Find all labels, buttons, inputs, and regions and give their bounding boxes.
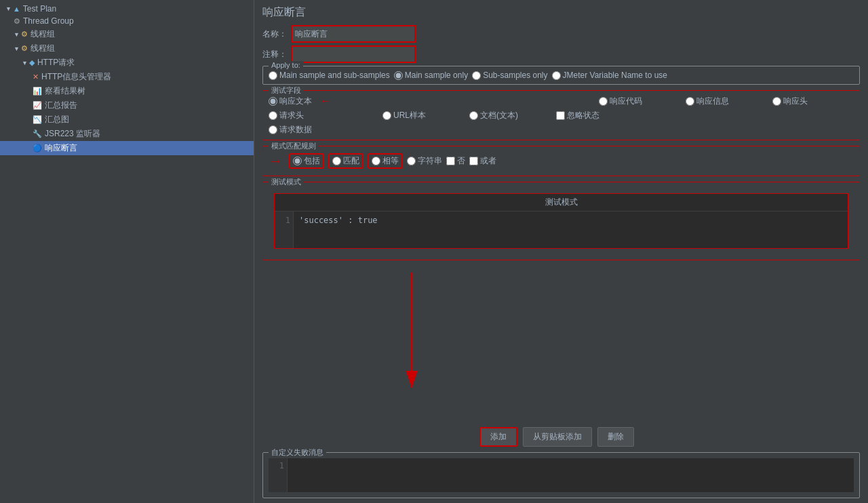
code-input[interactable] xyxy=(294,212,848,248)
delete-button[interactable]: 删除 xyxy=(597,427,634,447)
add-clipboard-button[interactable]: 从剪贴板添加 xyxy=(523,427,592,447)
pattern-or-check[interactable] xyxy=(469,157,478,165)
threadgroup-icon: ⚙ xyxy=(14,17,20,26)
sidebar-item-linegroup2[interactable]: ▼ ⚙ 线程组 xyxy=(0,41,254,56)
pattern-or-label: 或者 xyxy=(480,155,496,167)
apply-jmeter-var-radio[interactable] xyxy=(552,71,561,80)
pattern-or[interactable]: 或者 xyxy=(469,155,496,167)
pattern-contains-label: 包括 xyxy=(304,155,320,167)
sidebar-item-label: 汇总报告 xyxy=(45,100,77,111)
pattern-not[interactable]: 否 xyxy=(446,155,465,167)
name-input[interactable] xyxy=(292,26,414,41)
pattern-substring[interactable]: 字符串 xyxy=(407,155,442,167)
sidebar-item-summaryreport[interactable]: 📈 汇总报告 xyxy=(0,98,254,113)
field-resp-code-label: 响应代码 xyxy=(610,96,642,107)
field-ignore-status[interactable]: 忽略状态 xyxy=(556,110,637,121)
testplan-icon: ▲ xyxy=(13,5,20,13)
field-req-head[interactable]: 请求头 xyxy=(269,110,377,121)
pattern-not-check[interactable] xyxy=(446,157,455,165)
pattern-matches-radio[interactable] xyxy=(332,157,341,165)
field-url-sample-radio[interactable] xyxy=(382,111,391,120)
sidebar-item-label: JSR223 监听器 xyxy=(45,128,100,140)
test-pattern-legend: 测试模式 xyxy=(269,177,304,187)
line-number-1: 1 xyxy=(277,216,290,225)
field-resp-head[interactable]: 响应头 xyxy=(772,96,854,107)
linegroup2-icon: ⚙ xyxy=(21,44,28,53)
main-panel: 响应断言 名称： 注释： Apply to: Main sample and s… xyxy=(254,0,868,503)
comment-input[interactable] xyxy=(292,47,414,62)
fields-row3: 请求数据 xyxy=(269,124,854,136)
test-pattern-wrapper: 测试模式 1 xyxy=(263,182,859,260)
apply-sub-only-radio[interactable] xyxy=(472,71,481,80)
sidebar: ▼ ▲ Test Plan ⚙ Thread Group ▼ ⚙ 线程组 ▼ ⚙… xyxy=(0,0,254,503)
field-url-sample[interactable]: URL样本 xyxy=(382,110,464,121)
pattern-equals[interactable]: 相等 xyxy=(368,153,403,169)
apply-main-and-sub-radio[interactable] xyxy=(269,71,277,80)
pattern-matches[interactable]: 匹配 xyxy=(328,153,363,169)
field-resp-text-radio[interactable] xyxy=(269,97,277,106)
pattern-not-label: 否 xyxy=(457,155,465,167)
name-label: 名称： xyxy=(262,28,287,40)
assertion-icon: 🔵 xyxy=(33,144,42,153)
sidebar-item-assertion[interactable]: 🔵 响应断言 xyxy=(0,141,254,155)
name-row: 名称： xyxy=(262,25,860,43)
apply-jmeter-var[interactable]: JMeter Variable Name to use xyxy=(552,71,668,80)
sidebar-item-label: 响应断言 xyxy=(45,142,77,154)
jsr-icon: 🔧 xyxy=(33,129,42,138)
expand-icon: ▼ xyxy=(22,60,28,66)
sidebar-item-threadgroup[interactable]: ⚙ Thread Group xyxy=(0,15,254,27)
apply-main-only-radio[interactable] xyxy=(394,71,403,80)
pattern-contains[interactable]: 包括 xyxy=(289,153,324,169)
sidebar-item-aggregatesummary[interactable]: 📉 汇总图 xyxy=(0,113,254,127)
sidebar-item-testplan[interactable]: ▼ ▲ Test Plan xyxy=(0,3,254,15)
custom-failure-section: 自定义失败消息 1 xyxy=(262,452,860,498)
field-doc-text-radio[interactable] xyxy=(469,111,478,120)
test-fields-section: 测试字段 响应文本 ← 响应代码 响应信息 响应头 xyxy=(262,90,860,140)
pattern-contains-radio[interactable] xyxy=(293,157,302,165)
field-resp-info[interactable]: 响应信息 xyxy=(686,96,767,107)
comment-label: 注释： xyxy=(262,49,287,60)
add-button[interactable]: 添加 xyxy=(479,427,517,447)
field-resp-text[interactable]: 响应文本 xyxy=(269,96,312,107)
pattern-match-section: 模式匹配规则 → 包括 匹配 相等 字符串 否 xyxy=(262,146,860,176)
field-ignore-status-check[interactable] xyxy=(556,111,565,120)
field-resp-info-radio[interactable] xyxy=(686,97,694,106)
pattern-substring-radio[interactable] xyxy=(407,157,416,165)
field-resp-code-radio[interactable] xyxy=(599,97,608,106)
sidebar-item-httpreq[interactable]: ▼ ◆ HTTP请求 xyxy=(0,56,254,70)
field-resp-head-radio[interactable] xyxy=(772,97,781,106)
sidebar-item-linegroup1[interactable]: ▼ ⚙ 线程组 xyxy=(0,27,254,41)
apply-to-section: Apply to: Main sample and sub-samples Ma… xyxy=(262,66,860,85)
field-resp-info-label: 响应信息 xyxy=(696,96,729,107)
sidebar-item-resultstree[interactable]: 📊 察看结果树 xyxy=(0,84,254,98)
arrow-annotation-2: → xyxy=(269,153,282,169)
field-req-head-radio[interactable] xyxy=(269,111,277,120)
apply-main-only[interactable]: Main sample only xyxy=(394,71,468,80)
test-pattern-section: 测试模式 测试模式 1 xyxy=(262,182,860,260)
pattern-matches-label: 匹配 xyxy=(343,155,359,167)
apply-main-and-sub-label: Main sample and sub-samples xyxy=(279,71,390,80)
field-doc-text[interactable]: 文档(文本) xyxy=(469,110,551,121)
pattern-equals-label: 相等 xyxy=(382,155,399,167)
field-resp-code[interactable]: 响应代码 xyxy=(599,96,680,107)
apply-main-and-sub[interactable]: Main sample and sub-samples xyxy=(269,71,390,80)
arrow-area xyxy=(262,266,860,422)
custom-failure-input[interactable] xyxy=(288,458,854,492)
field-req-data-radio[interactable] xyxy=(269,125,277,134)
code-row: 1 xyxy=(275,212,848,248)
pattern-equals-radio[interactable] xyxy=(372,157,380,165)
field-req-head-label: 请求头 xyxy=(279,110,304,121)
fields-row1: 响应文本 ← 响应代码 响应信息 响应头 xyxy=(269,95,854,107)
pattern-match-radio-group: → 包括 匹配 相等 字符串 否 xyxy=(269,150,854,172)
apply-to-legend: Apply to: xyxy=(269,61,303,69)
sidebar-item-jsr223[interactable]: 🔧 JSR223 监听器 xyxy=(0,127,254,141)
field-url-sample-label: URL样本 xyxy=(393,110,426,121)
apply-main-only-label: Main sample only xyxy=(405,71,468,80)
field-resp-text-label: 响应文本 xyxy=(279,96,312,107)
manager-icon: ✕ xyxy=(33,73,39,81)
sidebar-item-httpmanager[interactable]: ✕ HTTP信息头管理器 xyxy=(0,70,254,84)
field-req-data[interactable]: 请求数据 xyxy=(269,124,312,136)
sidebar-item-label: 汇总图 xyxy=(45,114,69,125)
apply-sub-only[interactable]: Sub-samples only xyxy=(472,71,547,80)
field-resp-head-label: 响应头 xyxy=(783,96,808,107)
